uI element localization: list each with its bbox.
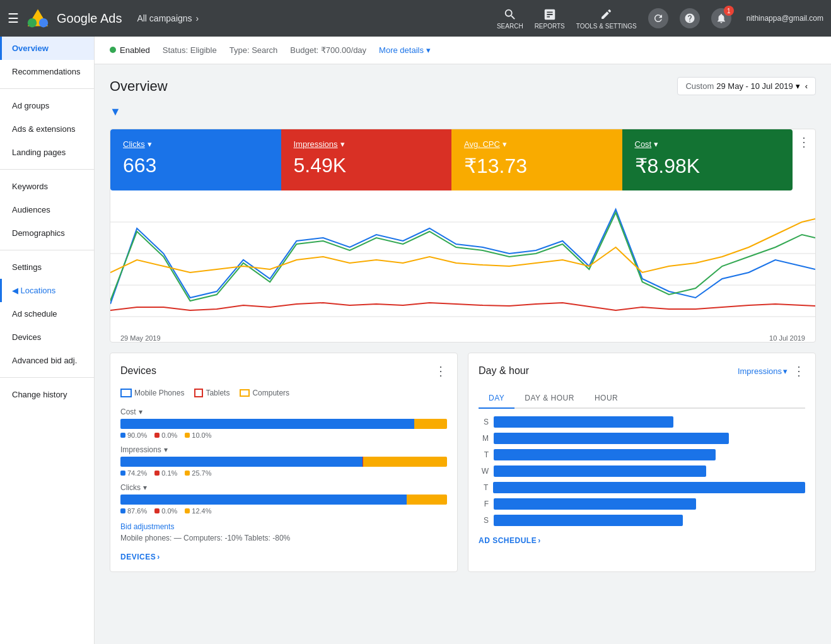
metric-cost-label: Cost ▾ bbox=[635, 139, 781, 149]
day-bar-wednesday: W bbox=[479, 465, 805, 477]
tab-day[interactable]: DAY bbox=[479, 389, 514, 409]
metric-cost-value: ₹8.98K bbox=[635, 154, 781, 178]
sidebar-item-demographics[interactable]: Demographics bbox=[0, 221, 94, 245]
metrics-chart-card: Clicks ▾ 663 Impressions ▾ 5.49K bbox=[110, 129, 816, 342]
impressions-bar-track bbox=[120, 457, 447, 467]
more-details-link[interactable]: More details ▾ bbox=[379, 45, 431, 55]
mobile-icon bbox=[120, 389, 132, 397]
device-bar-cost: Cost ▾ 90.0% 0.0% 10.0% bbox=[120, 407, 447, 439]
sidebar-item-advanced-bid[interactable]: Advanced bid adj. bbox=[0, 349, 94, 372]
devices-panel-header: Devices ⋮ bbox=[120, 363, 447, 378]
tablet-icon bbox=[194, 389, 203, 397]
sidebar-item-ad-groups[interactable]: Ad groups bbox=[0, 94, 94, 117]
top-nav: ☰ Google Ads All campaigns › SEARCH REPO… bbox=[0, 0, 831, 37]
day-hour-tabs: DAY DAY & HOUR HOUR bbox=[479, 389, 805, 409]
tab-day-hour[interactable]: DAY & HOUR bbox=[514, 389, 584, 407]
chevron-down-icon: ▾ bbox=[796, 81, 800, 91]
sidebar-item-overview[interactable]: Overview bbox=[0, 37, 94, 60]
sunday-bar bbox=[494, 416, 673, 428]
thursday-bar bbox=[493, 482, 805, 493]
device-legend: Mobile Phones Tablets Computers bbox=[120, 389, 447, 397]
tools-nav-btn[interactable]: TOOLS & SETTINGS bbox=[576, 8, 637, 30]
day-hour-more-icon[interactable]: ⋮ bbox=[793, 363, 805, 378]
cost-bar-yellow bbox=[414, 419, 447, 429]
sidebar-item-locations[interactable]: ◀ Locations bbox=[0, 279, 94, 302]
budget-text: Budget: ₹700.00/day bbox=[290, 45, 366, 55]
more-options-icon: ⋮ bbox=[798, 134, 810, 149]
metrics-row: Clicks ▾ 663 Impressions ▾ 5.49K bbox=[110, 129, 815, 190]
metric-cpc[interactable]: Avg. CPC ▾ ₹13.73 bbox=[451, 129, 622, 190]
cost-pcts: 90.0% 0.0% 10.0% bbox=[120, 431, 447, 439]
reports-nav-btn[interactable]: REPORTS bbox=[535, 8, 565, 30]
chart-start-date: 29 May 2019 bbox=[120, 334, 161, 342]
metric-clicks-label: Clicks ▾ bbox=[123, 139, 269, 149]
hamburger-menu[interactable]: ☰ bbox=[8, 11, 19, 26]
metric-clicks[interactable]: Clicks ▾ 663 bbox=[110, 129, 281, 190]
sidebar-item-devices[interactable]: Devices bbox=[0, 325, 94, 349]
enabled-text: Enabled bbox=[120, 45, 150, 55]
friday-bar bbox=[494, 498, 696, 510]
type-text: Type: Search bbox=[230, 45, 278, 55]
sidebar-item-change-history[interactable]: Change history bbox=[0, 383, 94, 406]
wednesday-bar bbox=[494, 465, 706, 477]
metric-cpc-label: Avg. CPC ▾ bbox=[464, 139, 610, 149]
date-range-picker[interactable]: Custom 29 May - 10 Jul 2019 ▾ ‹ bbox=[677, 77, 816, 95]
performance-chart bbox=[110, 190, 815, 329]
sidebar-item-recommendations[interactable]: Recommendations bbox=[0, 60, 94, 83]
user-email: nithinappa@gmail.com bbox=[747, 14, 823, 23]
date-custom-label: Custom bbox=[685, 81, 714, 91]
search-nav-btn[interactable]: SEARCH bbox=[497, 8, 523, 30]
devices-title: Devices bbox=[120, 365, 156, 377]
devices-more-icon[interactable]: ⋮ bbox=[434, 363, 447, 378]
campaign-selector[interactable]: All campaigns › bbox=[137, 13, 199, 23]
device-bar-clicks: Clicks ▾ 87.6% 0.0% 12.4% bbox=[120, 483, 447, 515]
legend-mobile: Mobile Phones bbox=[120, 389, 184, 397]
device-bar-impressions: Impressions ▾ 74.2% 0.1% 25.7% bbox=[120, 445, 447, 477]
day-hour-panel-header: Day & hour Impressions ▾ ⋮ bbox=[479, 363, 805, 378]
cost-bar-track bbox=[120, 419, 447, 429]
day-hour-metric[interactable]: Impressions ▾ bbox=[738, 366, 787, 376]
metric-impressions-label: Impressions ▾ bbox=[294, 139, 439, 149]
collapse-icon: ‹ bbox=[805, 81, 808, 91]
sidebar-item-keywords[interactable]: Keywords bbox=[0, 175, 94, 198]
overview-header: Overview Custom 29 May - 10 Jul 2019 ▾ ‹ bbox=[110, 77, 816, 95]
notification-btn[interactable]: 1 bbox=[711, 8, 731, 28]
computer-icon bbox=[240, 389, 250, 397]
impressions-bar-yellow bbox=[363, 457, 447, 467]
day-bar-sunday: S bbox=[479, 416, 805, 428]
svg-point-2 bbox=[28, 18, 37, 27]
chart-dates: 29 May 2019 10 Jul 2019 bbox=[110, 329, 815, 342]
clicks-bar-yellow bbox=[407, 495, 447, 505]
top-nav-icons: SEARCH REPORTS TOOLS & SETTINGS 1 nithin… bbox=[497, 8, 823, 30]
metrics-more-btn[interactable]: ⋮ bbox=[793, 129, 815, 190]
bid-adjustments-values: Mobile phones: — Computers: -10% Tablets… bbox=[120, 534, 447, 542]
tuesday-bar bbox=[494, 449, 716, 460]
tab-hour[interactable]: HOUR bbox=[584, 389, 628, 407]
day-bar-thursday: T bbox=[479, 482, 805, 493]
devices-link[interactable]: DEVICES › bbox=[120, 553, 447, 561]
ad-schedule-link[interactable]: AD SCHEDULE › bbox=[479, 536, 805, 545]
metric-cost[interactable]: Cost ▾ ₹8.98K bbox=[622, 129, 793, 190]
help-btn[interactable] bbox=[680, 8, 700, 28]
sidebar-item-audiences[interactable]: Audiences bbox=[0, 198, 94, 221]
metric-impressions-value: 5.49K bbox=[294, 154, 439, 177]
sidebar: Overview Recommendations Ad groups Ads &… bbox=[0, 37, 95, 644]
day-hour-panel: Day & hour Impressions ▾ ⋮ DAY bbox=[468, 353, 816, 572]
refresh-btn[interactable] bbox=[648, 8, 668, 28]
page-title: Overview bbox=[110, 78, 168, 95]
tools-label: TOOLS & SETTINGS bbox=[576, 23, 637, 30]
legend-computers: Computers bbox=[240, 389, 289, 397]
sidebar-item-settings[interactable]: Settings bbox=[0, 255, 94, 279]
sidebar-item-landing-pages[interactable]: Landing pages bbox=[0, 141, 94, 164]
svg-point-1 bbox=[39, 18, 48, 27]
metric-impressions[interactable]: Impressions ▾ 5.49K bbox=[281, 129, 452, 190]
day-bar-tuesday: T bbox=[479, 449, 805, 460]
day-bar-monday: M bbox=[479, 433, 805, 444]
sidebar-item-ads-extensions[interactable]: Ads & extensions bbox=[0, 117, 94, 141]
sidebar-item-ad-schedule[interactable]: Ad schedule bbox=[0, 302, 94, 325]
bid-adjustments-label: Bid adjustments bbox=[120, 522, 447, 531]
metric-cpc-value: ₹13.73 bbox=[464, 154, 610, 178]
filter-icon[interactable]: ▼ bbox=[110, 105, 121, 118]
status-bar: Enabled Status: Eligible Type: Search Bu… bbox=[95, 37, 831, 64]
saturday-bar bbox=[494, 515, 683, 526]
